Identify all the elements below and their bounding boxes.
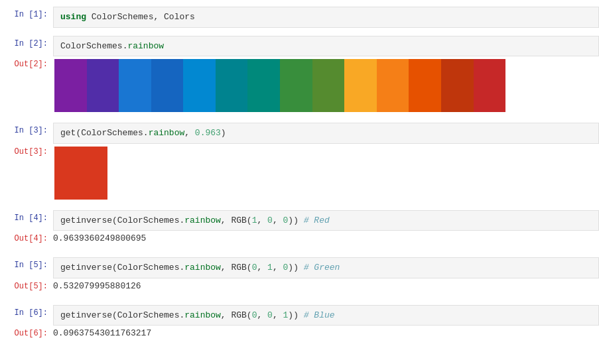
code-open4: (ColorSchemes. <box>112 215 184 225</box>
cell-5-input[interactable]: getinverse(ColorSchemes.rainbow, RGB(0, … <box>53 257 599 278</box>
func-rgb6: RGB <box>231 310 246 320</box>
code-rainbow: rainbow <box>127 41 164 51</box>
in-label-6: In [6]: <box>0 305 53 318</box>
cell-6: In [6]: getinverse(ColorSchemes.rainbow,… <box>0 305 599 345</box>
cell-5: In [5]: getinverse(ColorSchemes.rainbow,… <box>0 257 599 297</box>
comment-red: # Red <box>304 215 330 225</box>
rainbow-swatch <box>280 59 312 112</box>
cell-2-output-row: Out[2]: <box>0 56 599 115</box>
out-label-5: Out[5]: <box>0 278 53 291</box>
cell-3-input-row: In [3]: get(ColorSchemes.rainbow, 0.963) <box>0 123 599 144</box>
code-comma6: , <box>221 310 232 320</box>
cell-3: In [3]: get(ColorSchemes.rainbow, 0.963)… <box>0 123 599 202</box>
cell-4-input[interactable]: getinverse(ColorSchemes.rainbow, RGB(1, … <box>53 210 599 231</box>
code-num: 0.963 <box>195 128 221 138</box>
code-sep6b: , <box>273 310 283 320</box>
num-0-4: 0 <box>267 215 273 225</box>
in-label-1: In [1]: <box>0 7 53 19</box>
code-rgb-args4: ( <box>247 215 252 225</box>
code-rainbow4: rainbow <box>184 215 221 225</box>
code-sep4a: , <box>257 215 267 225</box>
cell-6-output: 0.09637543011763217 <box>53 326 599 341</box>
code-sep5a: , <box>257 263 267 273</box>
func-rgb5: RGB <box>231 263 246 273</box>
code-close: ) <box>221 128 226 138</box>
out-label-2: Out[2]: <box>0 56 53 69</box>
code-sep5b: , <box>273 263 283 273</box>
in-label-3: In [3]: <box>0 123 53 135</box>
code-rgb-args5: ( <box>247 263 252 273</box>
func-getinverse6: getinverse <box>60 310 112 320</box>
rainbow-swatch <box>312 59 345 112</box>
cell-2-output <box>53 56 599 115</box>
code-rainbow6: rainbow <box>184 310 221 320</box>
code-colorschemes: ColorSchemes <box>60 41 123 51</box>
cell-2-input-row: In [2]: ColorSchemes.rainbow <box>0 36 599 57</box>
code-rainbow5: rainbow <box>184 263 221 273</box>
rainbow-swatch <box>474 59 506 112</box>
code-open5: (ColorSchemes. <box>112 263 184 273</box>
cell-5-input-row: In [5]: getinverse(ColorSchemes.rainbow,… <box>0 257 599 278</box>
rainbow-swatch <box>441 59 474 112</box>
cell-6-input[interactable]: getinverse(ColorSchemes.rainbow, RGB(0, … <box>53 305 599 326</box>
code-close4: )) <box>288 215 303 225</box>
code-close6: )) <box>288 310 303 320</box>
in-label-5: In [5]: <box>0 257 53 270</box>
out-label-4: Out[4]: <box>0 231 53 243</box>
func-getinverse: getinverse <box>60 215 112 225</box>
cell-3-output <box>53 144 599 202</box>
in-label-4: In [4]: <box>0 210 53 223</box>
code-sep6a: , <box>257 310 267 320</box>
out-label-3: Out[3]: <box>0 144 53 156</box>
comment-green: # Green <box>304 263 340 273</box>
rainbow-swatch <box>344 59 377 112</box>
rainbow-swatch <box>247 59 280 112</box>
cell-2: In [2]: ColorSchemes.rainbow Out[2]: <box>0 36 599 115</box>
cell-5-output-row: Out[5]: 0.532079995880126 <box>0 278 599 297</box>
code-open6: (ColorSchemes. <box>112 310 184 320</box>
single-color-swatch <box>54 147 107 200</box>
cell-4-output-row: Out[4]: 0.9639360249800695 <box>0 231 599 249</box>
cell-4-output: 0.9639360249800695 <box>53 231 599 246</box>
num-0b-6: 0 <box>267 310 273 320</box>
func-get: get <box>60 128 76 138</box>
cell-4-input-row: In [4]: getinverse(ColorSchemes.rainbow,… <box>0 210 599 231</box>
code-comma: , <box>184 128 195 138</box>
cell-6-output-row: Out[6]: 0.09637543011763217 <box>0 326 599 344</box>
code-comma5: , <box>221 263 232 273</box>
rainbow-swatch <box>183 59 216 112</box>
cell-3-output-row: Out[3]: <box>0 144 599 202</box>
cell-5-output: 0.532079995880126 <box>53 278 599 294</box>
num-1-5: 1 <box>267 263 273 273</box>
rainbow-swatch <box>119 59 151 112</box>
rainbow-swatch <box>87 59 119 112</box>
rainbow-swatch <box>409 59 441 112</box>
code-comma4: , <box>221 215 232 225</box>
keyword-using: using <box>60 12 86 22</box>
comment-blue: # Blue <box>304 310 335 320</box>
cell-1-input[interactable]: using ColorSchemes, Colors <box>53 7 599 28</box>
out-label-6: Out[6]: <box>0 326 53 338</box>
rainbow-swatch <box>54 59 87 112</box>
rainbow-swatch <box>151 59 184 112</box>
cell-3-input[interactable]: get(ColorSchemes.rainbow, 0.963) <box>53 123 599 144</box>
func-getinverse5: getinverse <box>60 263 112 273</box>
rainbow-swatch <box>377 59 409 112</box>
cell-2-input[interactable]: ColorSchemes.rainbow <box>53 36 599 57</box>
code-text: ColorSchemes, Colors <box>86 12 195 22</box>
code-open: (ColorSchemes. <box>76 128 148 138</box>
cell-1: In [1]: using ColorSchemes, Colors <box>0 7 599 28</box>
rainbow-bar <box>54 59 505 112</box>
code-rgb-args6: ( <box>247 310 252 320</box>
in-label-2: In [2]: <box>0 36 53 48</box>
notebook: In [1]: using ColorSchemes, Colors In [2… <box>0 0 599 353</box>
code-rainbow3: rainbow <box>149 128 185 138</box>
func-rgb4: RGB <box>231 215 246 225</box>
code-sep4b: , <box>273 215 283 225</box>
cell-1-input-row: In [1]: using ColorSchemes, Colors <box>0 7 599 28</box>
cell-4: In [4]: getinverse(ColorSchemes.rainbow,… <box>0 210 599 250</box>
code-close5: )) <box>288 263 303 273</box>
rainbow-swatch <box>216 59 248 112</box>
cell-6-input-row: In [6]: getinverse(ColorSchemes.rainbow,… <box>0 305 599 326</box>
